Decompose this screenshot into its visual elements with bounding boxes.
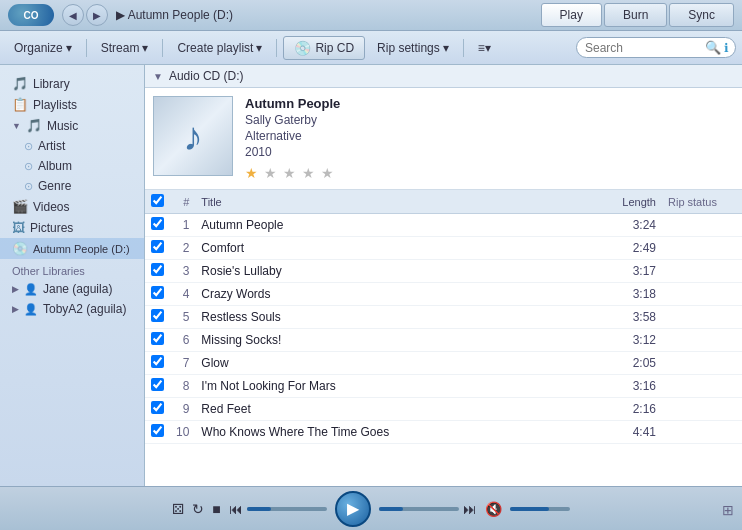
next-button[interactable]: ⏭ [463,501,477,517]
track-checkbox[interactable] [151,309,164,322]
organize-button[interactable]: Organize▾ [6,38,80,58]
track-title: Crazy Words [195,283,612,306]
progress-track[interactable] [247,507,327,511]
table-row: 5 Restless Souls 3:58 [145,306,742,329]
track-checkbox-cell[interactable] [145,398,170,421]
sidebar-item-library[interactable]: 🎵 Library [0,73,144,94]
sidebar-item-music[interactable]: ▼ 🎵 Music [0,115,144,136]
progress-area: ⏮ [229,501,327,517]
track-rip-status [662,398,742,421]
track-checkbox-cell[interactable] [145,329,170,352]
track-num: 6 [170,329,195,352]
track-length: 2:16 [612,398,662,421]
search-icon: 🔍 [705,40,721,55]
sidebar-item-jane[interactable]: ▶ 👤 Jane (aguila) [0,279,144,299]
track-checkbox-cell[interactable] [145,237,170,260]
mute-button[interactable]: 🔇 [485,501,502,517]
table-row: 10 Who Knows Where The Time Goes 4:41 [145,421,742,444]
track-rip-status [662,306,742,329]
table-row: 1 Autumn People 3:24 [145,214,742,237]
track-num: 2 [170,237,195,260]
nav-buttons: ◀ ▶ [62,4,108,26]
album-name: Sally Gaterby [245,113,340,127]
star-4[interactable]: ★ [302,165,316,181]
table-row: 2 Comfort 2:49 [145,237,742,260]
stream-button[interactable]: Stream▾ [93,38,157,58]
track-num: 10 [170,421,195,444]
shuffle-button[interactable]: ⚄ [172,501,184,517]
col-check [145,190,170,214]
track-num: 4 [170,283,195,306]
sidebar-item-genre[interactable]: ⊙ Genre [0,176,144,196]
back-button[interactable]: ◀ [62,4,84,26]
music-note-icon: ♪ [183,114,203,159]
tab-play[interactable]: Play [541,3,602,27]
prev-button[interactable]: ⏮ [229,501,243,517]
track-checkbox-cell[interactable] [145,283,170,306]
search-globe-icon: ℹ [724,41,729,55]
track-checkbox[interactable] [151,240,164,253]
track-checkbox-cell[interactable] [145,214,170,237]
sidebar-item-videos[interactable]: 🎬 Videos [0,196,144,217]
sidebar-item-toby[interactable]: ▶ 👤 TobyA2 (aguila) [0,299,144,319]
repeat-button[interactable]: ↻ [192,501,204,517]
track-checkbox[interactable] [151,378,164,391]
star-rating[interactable]: ★ ★ ★ ★ ★ [245,165,340,181]
track-rip-status [662,214,742,237]
title-bar: CO ◀ ▶ ▶ Autumn People (D:) Play Burn Sy… [0,0,742,31]
track-checkbox[interactable] [151,424,164,437]
album-header-label: Audio CD (D:) [169,69,244,83]
track-checkbox[interactable] [151,401,164,414]
track-num: 9 [170,398,195,421]
track-checkbox[interactable] [151,263,164,276]
track-length: 2:05 [612,352,662,375]
sidebar-item-playlists[interactable]: 📋 Playlists [0,94,144,115]
volume-area [510,507,570,511]
stop-button[interactable]: ■ [212,501,220,517]
track-checkbox-cell[interactable] [145,421,170,444]
track-checkbox[interactable] [151,286,164,299]
sidebar-item-pictures[interactable]: 🖼 Pictures [0,217,144,238]
track-checkbox[interactable] [151,332,164,345]
album-year: 2010 [245,145,340,159]
track-rip-status [662,352,742,375]
album-genre: Alternative [245,129,340,143]
expand-icon-toby: ▶ [12,304,19,314]
sidebar-item-autumn[interactable]: 💿 Autumn People (D:) [0,238,144,259]
breadcrumb: ▶ Autumn People (D:) [116,8,541,22]
view-options-button[interactable]: ≡▾ [470,38,499,58]
forward-button[interactable]: ▶ [86,4,108,26]
rip-cd-button[interactable]: 💿 Rip CD [283,36,365,60]
table-row: 8 I'm Not Looking For Mars 3:16 [145,375,742,398]
play-button[interactable]: ▶ [335,491,371,527]
star-2[interactable]: ★ [264,165,278,181]
search-box[interactable]: 🔍 ℹ [576,37,736,58]
toolbar: Organize▾ Stream▾ Create playlist▾ 💿 Rip… [0,31,742,65]
next-progress-track[interactable] [379,507,459,511]
tab-sync[interactable]: Sync [669,3,734,27]
videos-icon: 🎬 [12,199,28,214]
track-checkbox[interactable] [151,217,164,230]
tab-burn[interactable]: Burn [604,3,667,27]
track-checkbox-cell[interactable] [145,352,170,375]
volume-fill [510,507,549,511]
star-3[interactable]: ★ [283,165,297,181]
grid-icon[interactable]: ⊞ [722,502,734,518]
star-5[interactable]: ★ [321,165,335,181]
track-checkbox-cell[interactable] [145,306,170,329]
star-1[interactable]: ★ [245,165,259,181]
sidebar-item-album[interactable]: ⊙ Album [0,156,144,176]
volume-track[interactable] [510,507,570,511]
track-checkbox-cell[interactable] [145,260,170,283]
track-title: Autumn People [195,214,612,237]
track-num: 8 [170,375,195,398]
progress-fill [247,507,271,511]
rip-settings-button[interactable]: Rip settings▾ [369,38,457,58]
cd-icon: 💿 [12,241,28,256]
track-checkbox[interactable] [151,355,164,368]
track-checkbox-cell[interactable] [145,375,170,398]
create-playlist-button[interactable]: Create playlist▾ [169,38,270,58]
select-all-checkbox[interactable] [151,194,164,207]
search-input[interactable] [585,41,705,55]
sidebar-item-artist[interactable]: ⊙ Artist [0,136,144,156]
